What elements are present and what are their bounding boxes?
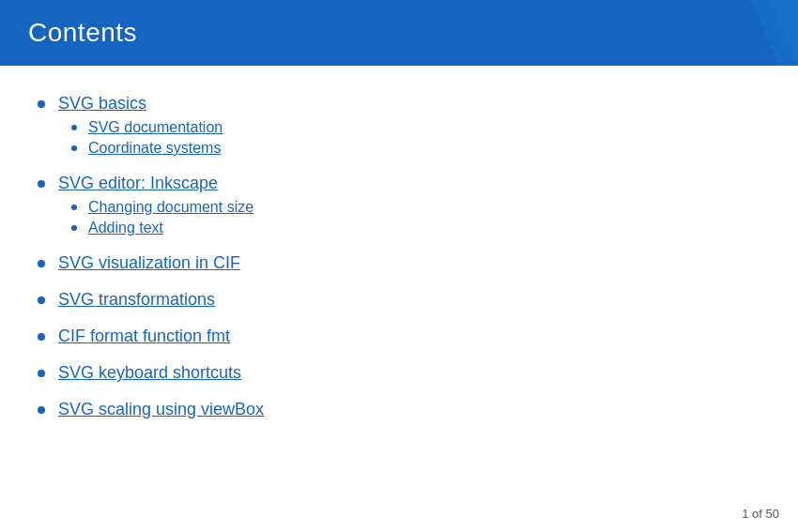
list-item: SVG keyboard shortcuts: [38, 363, 760, 383]
sub-list-item-link[interactable]: SVG documentation: [88, 119, 223, 135]
sub-list-item: Adding text: [71, 220, 760, 236]
bullet-icon: [38, 100, 45, 108]
sub-bullet-icon: [71, 205, 77, 210]
sub-list-item: Coordinate systems: [71, 140, 760, 157]
bullet-icon: [38, 260, 45, 267]
list-item-link[interactable]: SVG scaling using viewBox: [58, 400, 264, 418]
bullet-icon: [38, 370, 45, 377]
main-content: SVG basicsSVG documentationCoordinate sy…: [0, 66, 798, 464]
header: Contents: [0, 0, 798, 66]
list-item: SVG scaling using viewBox: [38, 400, 760, 419]
bullet-icon: [38, 406, 45, 414]
list-item-link[interactable]: SVG transformations: [58, 290, 215, 309]
bullet-icon: [38, 333, 45, 341]
page-number: 1 of 50: [742, 507, 779, 521]
header-decoration: [723, 0, 798, 66]
list-item-link[interactable]: SVG basics: [58, 94, 146, 113]
bullet-icon: [38, 296, 45, 304]
list-item: SVG editor: InkscapeChanging document si…: [38, 174, 760, 236]
list-item-link[interactable]: SVG visualization in CIF: [58, 253, 240, 272]
sub-list-item: SVG documentation: [71, 119, 760, 136]
list-item-link[interactable]: SVG editor: Inkscape: [58, 174, 218, 192]
sub-list: Changing document sizeAdding text: [71, 199, 760, 236]
sub-list: SVG documentationCoordinate systems: [71, 119, 760, 157]
sub-list-item-link[interactable]: Adding text: [88, 220, 163, 236]
contents-list: SVG basicsSVG documentationCoordinate sy…: [38, 94, 760, 419]
sub-bullet-icon: [71, 125, 77, 130]
list-item: CIF format function fmt: [38, 327, 760, 346]
sub-bullet-icon: [71, 225, 77, 231]
list-item: SVG basicsSVG documentationCoordinate sy…: [38, 94, 760, 157]
list-item-link[interactable]: CIF format function fmt: [58, 327, 230, 345]
list-item: SVG visualization in CIF: [38, 253, 760, 273]
sub-bullet-icon: [71, 145, 77, 151]
bullet-icon: [38, 180, 45, 188]
list-item: SVG transformations: [38, 290, 760, 310]
list-item-link[interactable]: SVG keyboard shortcuts: [58, 363, 241, 382]
sub-list-item-link[interactable]: Changing document size: [88, 199, 253, 215]
header-title: Contents: [28, 18, 137, 48]
sub-list-item-link[interactable]: Coordinate systems: [88, 140, 221, 156]
sub-list-item: Changing document size: [71, 199, 760, 216]
